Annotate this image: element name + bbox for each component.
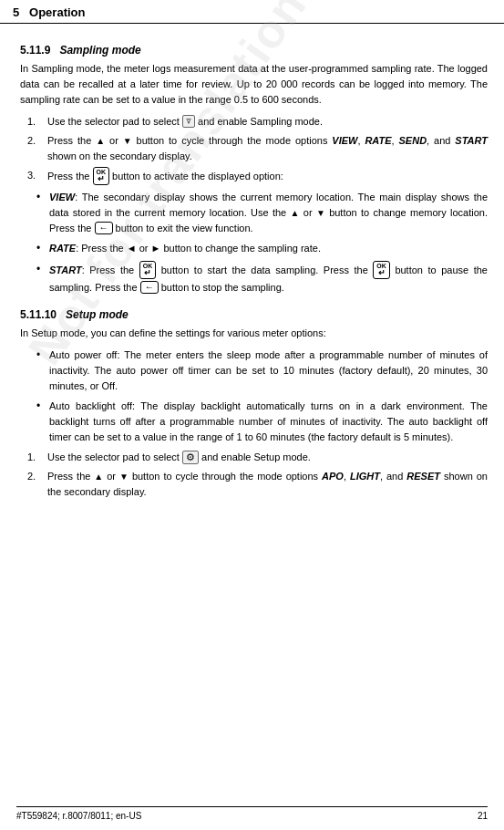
down-arrow-icon-3: ▼ (119, 470, 129, 484)
steps-list-5-11-9: 1. Use the selector pad to select ⍒ and … (27, 114, 488, 186)
step-setup-2: 2. Press the ▲ or ▼ button to cycle thro… (27, 469, 488, 500)
step-1: 1. Use the selector pad to select ⍒ and … (27, 114, 488, 130)
header-chapter: 5 Operation (13, 5, 85, 19)
section-intro-5-11-10: In Setup mode, you can define the settin… (20, 326, 488, 341)
bullet-view: • VIEW: The secondary display shows the … (36, 190, 488, 236)
step-2: 2. Press the ▲ or ▼ button to cycle thro… (27, 133, 488, 164)
up-arrow-icon: ▲ (96, 134, 105, 149)
page-footer: #T559824; r.8007/8011; en-US 21 (16, 806, 488, 821)
step-3: 3. Press the OK↵ button to activate the … (27, 168, 488, 186)
bullet-auto-power: • Auto power off: The meter enters the s… (36, 348, 488, 394)
selector-pad-icon: ⍒ (182, 115, 195, 128)
main-content: 5.11.9 Sampling mode In Sampling mode, t… (0, 24, 504, 512)
up-arrow-icon-2: ▲ (291, 206, 300, 221)
bullet-rate: • RATE: Press the ◄ or ► button to chang… (36, 241, 488, 257)
setup-icon: ⚙ (182, 451, 199, 464)
page-header: 5 Operation (0, 0, 504, 24)
bullet-start: • START: Press the OK↵ button to start t… (36, 262, 488, 296)
ok-button-icon-3: OK↵ (373, 261, 390, 279)
up-arrow-icon-3: ▲ (94, 470, 103, 484)
section-heading-5-11-10: 5.11.10 Setup mode (20, 308, 488, 321)
section-5-11-10: 5.11.10 Setup mode In Setup mode, you ca… (20, 308, 488, 500)
section-5-11-9: 5.11.9 Sampling mode In Sampling mode, t… (20, 44, 488, 296)
ok-button-icon: OK↵ (93, 167, 110, 185)
steps-list-5-11-10: 1. Use the selector pad to select ⚙ and … (27, 450, 488, 500)
section-intro-5-11-9: In Sampling mode, the meter logs measure… (20, 61, 488, 108)
bullet-list-5-11-9: • VIEW: The secondary display shows the … (36, 190, 488, 296)
footer-page-number: 21 (478, 811, 488, 821)
bullet-list-plain-5-11-10: • Auto power off: The meter enters the s… (36, 348, 488, 445)
back-button-icon: ← (95, 222, 113, 234)
footer-left-text: #T559824; r.8007/8011; en-US (16, 811, 141, 821)
ok-button-icon-2: OK↵ (139, 261, 157, 279)
page: Not for translation 5 Operation 5.11.9 S… (0, 0, 504, 830)
down-arrow-icon: ▼ (123, 134, 132, 149)
back-button-icon-2: ← (140, 281, 159, 294)
down-arrow-icon-2: ▼ (316, 206, 325, 221)
step-setup-1: 1. Use the selector pad to select ⚙ and … (27, 450, 488, 465)
section-heading-5-11-9: 5.11.9 Sampling mode (20, 44, 488, 57)
bullet-auto-backlight: • Auto backlight off: The display backli… (36, 399, 488, 445)
